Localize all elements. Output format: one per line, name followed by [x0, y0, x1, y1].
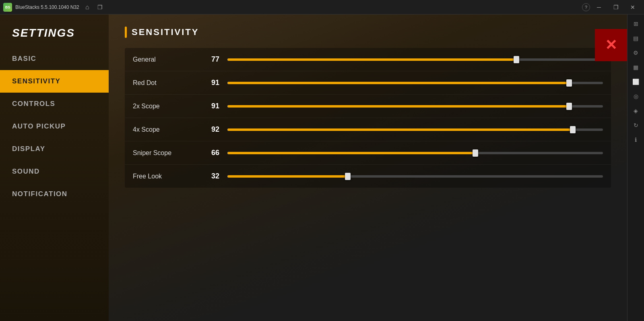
- sidebar: SETTINGS BASIC SENSITIVITY CONTROLS AUTO…: [0, 14, 109, 321]
- slider-fill-red-dot: [227, 82, 569, 84]
- home-icon[interactable]: ⌂: [83, 2, 92, 12]
- sidebar-item-sensitivity[interactable]: SENSITIVITY: [0, 70, 109, 93]
- slider-track-4x-scope[interactable]: [227, 127, 603, 132]
- slider-label-4x-scope: 4x Scope: [133, 126, 193, 133]
- layers-icon[interactable]: ▤: [630, 32, 642, 44]
- slider-row-free-look: Free Look 32: [125, 165, 611, 188]
- slider-row-4x-scope: 4x Scope 92: [125, 118, 611, 141]
- slider-value-sniper-scope: 66: [201, 149, 219, 157]
- main-content: ✕ SENSITIVITY General 77 Red Dot 91: [109, 14, 627, 321]
- slider-track-sniper-scope[interactable]: [227, 151, 603, 155]
- slider-track-free-look[interactable]: [227, 174, 603, 179]
- titlebar: BS BlueStacks 5.5.100.1040 N32 ⌂ ❐ ? ─ ❐…: [0, 0, 644, 14]
- slider-row-sniper-scope: Sniper Scope 66: [125, 141, 611, 165]
- info-icon[interactable]: ℹ: [630, 134, 642, 146]
- sidebar-item-sound[interactable]: SOUND: [0, 160, 109, 183]
- slider-label-free-look: Free Look: [133, 173, 193, 180]
- slider-value-2x-scope: 91: [201, 102, 219, 110]
- close-x-icon: ✕: [605, 38, 617, 52]
- restore-button[interactable]: ❐: [608, 1, 624, 13]
- camera-icon[interactable]: ◎: [630, 90, 642, 102]
- titlebar-left: BS BlueStacks 5.5.100.1040 N32 ⌂ ❐: [3, 2, 105, 12]
- slider-track-general[interactable]: [227, 57, 603, 62]
- slider-track-red-dot[interactable]: [227, 81, 603, 85]
- slider-thumb-red-dot: [566, 79, 572, 87]
- slider-fill-4x-scope: [227, 128, 573, 131]
- titlebar-title: BlueStacks 5.5.100.1040 N32: [15, 4, 79, 10]
- section-title: SENSITIVITY: [132, 27, 199, 37]
- minimize-button[interactable]: ─: [591, 1, 607, 13]
- slider-fill-2x-scope: [227, 105, 569, 108]
- photo-icon[interactable]: ⬜: [630, 76, 642, 88]
- location-icon[interactable]: ◈: [630, 105, 642, 117]
- settings-icon[interactable]: ⚙: [630, 47, 642, 59]
- refresh-icon[interactable]: ↻: [630, 119, 642, 131]
- slider-value-red-dot: 91: [201, 79, 219, 87]
- slider-label-2x-scope: 2x Scope: [133, 103, 193, 110]
- slider-thumb-2x-scope: [566, 103, 572, 110]
- settings-title: SETTINGS: [0, 23, 109, 48]
- slider-fill-free-look: [227, 175, 348, 178]
- close-button[interactable]: ✕: [625, 1, 641, 13]
- slider-label-general: General: [133, 56, 193, 63]
- slider-row-general: General 77: [125, 48, 611, 71]
- slider-value-free-look: 32: [201, 172, 219, 180]
- sidebar-item-controls[interactable]: CONTROLS: [0, 93, 109, 115]
- slider-label-sniper-scope: Sniper Scope: [133, 149, 193, 157]
- slider-fill-sniper-scope: [227, 152, 475, 154]
- help-button[interactable]: ?: [582, 3, 590, 11]
- slider-fill-general: [227, 58, 516, 61]
- sidebar-item-notification[interactable]: NOTIFICATION: [0, 183, 109, 205]
- slider-thumb-general: [514, 56, 519, 63]
- table-icon[interactable]: ▦: [630, 61, 642, 73]
- slider-value-4x-scope: 92: [201, 125, 219, 134]
- sidebar-item-display[interactable]: DISPLAY: [0, 138, 109, 160]
- right-sidebar: ⊞ ▤ ⚙ ▦ ⬜ ◎ ◈ ↻ ℹ: [627, 14, 644, 321]
- slider-row-2x-scope: 2x Scope 91: [125, 95, 611, 118]
- slider-value-general: 77: [201, 55, 219, 64]
- section-accent-bar: [125, 27, 127, 38]
- slider-thumb-sniper-scope: [473, 149, 478, 157]
- sliders-container: General 77 Red Dot 91: [125, 48, 611, 188]
- slider-thumb-free-look: [345, 173, 351, 180]
- sidebar-item-auto-pickup[interactable]: AUTO PICKUP: [0, 115, 109, 138]
- top-close-button[interactable]: ✕: [595, 29, 627, 61]
- slider-track-2x-scope[interactable]: [227, 104, 603, 109]
- sidebar-item-basic[interactable]: BASIC: [0, 48, 109, 70]
- copy-icon[interactable]: ❐: [95, 2, 105, 12]
- section-header: SENSITIVITY: [125, 27, 611, 38]
- window-controls: ? ─ ❐ ✕: [582, 1, 641, 13]
- slider-label-red-dot: Red Dot: [133, 79, 193, 87]
- slider-thumb-4x-scope: [570, 126, 576, 133]
- app-body: SETTINGS BASIC SENSITIVITY CONTROLS AUTO…: [0, 14, 644, 321]
- grid-icon[interactable]: ⊞: [630, 18, 642, 30]
- bluestacks-logo: BS: [3, 3, 12, 12]
- slider-row-red-dot: Red Dot 91: [125, 71, 611, 95]
